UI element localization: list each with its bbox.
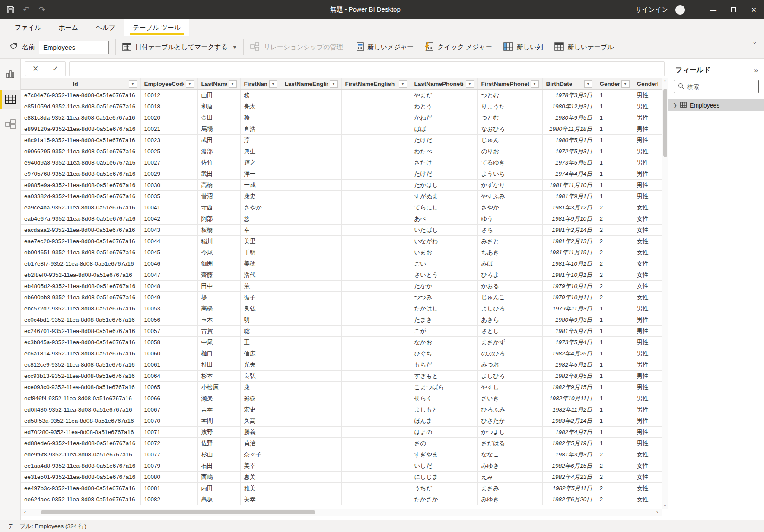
cell[interactable] [341, 292, 411, 303]
cell[interactable]: わとう [411, 101, 478, 112]
cell[interactable] [281, 404, 341, 415]
cell[interactable]: 1 [596, 427, 633, 438]
cell[interactable]: 10030 [140, 180, 197, 191]
cell[interactable]: 金田 [197, 112, 240, 124]
cell[interactable]: 10047 [140, 269, 197, 281]
cell[interactable] [281, 202, 341, 213]
cell[interactable]: 1 [596, 101, 633, 112]
cell[interactable]: せらく [411, 393, 478, 404]
cell[interactable]: すぎもと [411, 370, 478, 382]
cell[interactable]: eb2f8ef0-9352-11ea-8d08-0a51e6767a16 [21, 269, 140, 281]
cell[interactable]: 洋一 [240, 168, 281, 180]
cell[interactable]: あべ [411, 213, 478, 225]
cell[interactable]: やすふみ [478, 191, 542, 202]
cell[interactable]: さたけ [411, 157, 478, 168]
cell[interactable]: 1 [596, 314, 633, 326]
cell[interactable]: 女性 [633, 247, 662, 258]
cell[interactable] [341, 281, 411, 292]
cell[interactable]: りょうた [478, 101, 542, 112]
cell[interactable]: 古賀 [197, 326, 240, 337]
cell[interactable]: 西嶋 [197, 472, 240, 483]
cell[interactable] [281, 460, 341, 472]
cell[interactable]: 阿部 [197, 213, 240, 225]
cell[interactable]: 10080 [140, 472, 197, 483]
cell[interactable]: eacdaaa2-9352-11ea-8d08-0a51e6767a16 [21, 225, 140, 236]
cell[interactable]: 1982年4月23日 [542, 472, 596, 483]
cell[interactable]: たかさか [411, 494, 478, 505]
cell[interactable]: つとむ [478, 90, 542, 101]
cell[interactable]: 馬場 [197, 124, 240, 135]
cell[interactable]: 10077 [140, 449, 197, 460]
cell[interactable]: 明 [240, 314, 281, 326]
filter-dropdown-icon[interactable]: ▼ [229, 80, 237, 88]
cell[interactable] [281, 472, 341, 483]
cell[interactable]: 1972年5月3日 [542, 146, 596, 157]
cell[interactable]: 1 [596, 359, 633, 370]
cell[interactable]: いしだ [411, 460, 478, 472]
cell[interactable]: 1980年9月3日 [542, 314, 596, 326]
cell[interactable] [341, 404, 411, 415]
cell[interactable]: 10070 [140, 415, 197, 427]
cell[interactable] [341, 314, 411, 326]
cell[interactable]: 2 [596, 449, 633, 460]
cell[interactable]: みゆき [478, 460, 542, 472]
quick-measure-button[interactable]: クイック メジャー [425, 42, 492, 52]
cell[interactable]: 2 [596, 213, 633, 225]
cell[interactable]: e7c04e76-9352-11ea-8d08-0a51e6767a16 [21, 90, 140, 101]
scroll-down-icon[interactable]: ⌄ [662, 502, 668, 507]
cell[interactable] [341, 124, 411, 135]
cell[interactable] [341, 472, 411, 483]
vertical-scroll-thumb[interactable] [663, 89, 667, 157]
cell[interactable]: 佐野 [197, 438, 240, 449]
cell[interactable]: 寺西 [197, 202, 240, 213]
cell[interactable]: よしひろ [478, 370, 542, 382]
filter-dropdown-icon[interactable]: ▼ [621, 80, 630, 88]
cell[interactable]: たかはし [411, 180, 478, 191]
cell[interactable]: 1981年5月7日 [542, 326, 596, 337]
cell[interactable]: 1 [596, 370, 633, 382]
cell[interactable]: ひぐち [411, 348, 478, 359]
cell[interactable]: e940d9a8-9352-11ea-8d08-0a51e6767a16 [21, 157, 140, 168]
cell[interactable] [281, 326, 341, 337]
cell[interactable]: じゅん [478, 135, 542, 146]
cell[interactable]: 10079 [140, 460, 197, 472]
cell[interactable]: 2 [596, 483, 633, 494]
cell[interactable]: つつみ [411, 292, 478, 303]
cell[interactable]: 男性 [633, 348, 662, 359]
cell[interactable]: 2 [596, 494, 633, 505]
cell[interactable] [281, 180, 341, 191]
cell[interactable]: ばば [411, 124, 478, 135]
cell[interactable]: ec6a1814-9352-11ea-8d08-0a51e6767a16 [21, 348, 140, 359]
cell[interactable]: 10021 [140, 124, 197, 135]
cell[interactable] [341, 370, 411, 382]
cell[interactable] [281, 213, 341, 225]
cell[interactable]: 1981年3月3日 [542, 449, 596, 460]
cell[interactable]: 樋口 [197, 348, 240, 359]
cell[interactable] [341, 157, 411, 168]
cell[interactable]: 美幸 [240, 494, 281, 505]
cell[interactable]: 10049 [140, 292, 197, 303]
report-view-button[interactable] [0, 65, 21, 84]
cell[interactable]: 男性 [633, 314, 662, 326]
column-header-firstname[interactable]: FirstName▼ [240, 78, 281, 90]
cell[interactable]: 杉山 [197, 449, 240, 460]
cell[interactable]: うちだ [411, 483, 478, 494]
cell[interactable]: 齋藤 [197, 269, 240, 281]
cell[interactable]: 男性 [633, 370, 662, 382]
cell[interactable]: 1 [596, 404, 633, 415]
cell[interactable]: 1980年5月1日 [542, 135, 596, 146]
cell[interactable]: ななこ [478, 449, 542, 460]
cell[interactable] [281, 427, 341, 438]
cell[interactable]: よしひろ [478, 303, 542, 314]
cell[interactable]: 菅沼 [197, 191, 240, 202]
tab-home[interactable]: ホーム [50, 19, 87, 36]
cell[interactable]: 1978年3月3日 [542, 90, 596, 101]
column-header-firstnameenglish[interactable]: FirstNameEnglish▼ [341, 78, 411, 90]
cell[interactable]: 田中 [197, 281, 240, 292]
cell[interactable]: 1973年5月4日 [542, 337, 596, 348]
cell[interactable]: ひろふみ [478, 404, 542, 415]
cell[interactable]: 佐竹 [197, 157, 240, 168]
tab-file[interactable]: ファイル [6, 19, 50, 36]
cell[interactable] [281, 191, 341, 202]
cell[interactable]: えみ [478, 472, 542, 483]
